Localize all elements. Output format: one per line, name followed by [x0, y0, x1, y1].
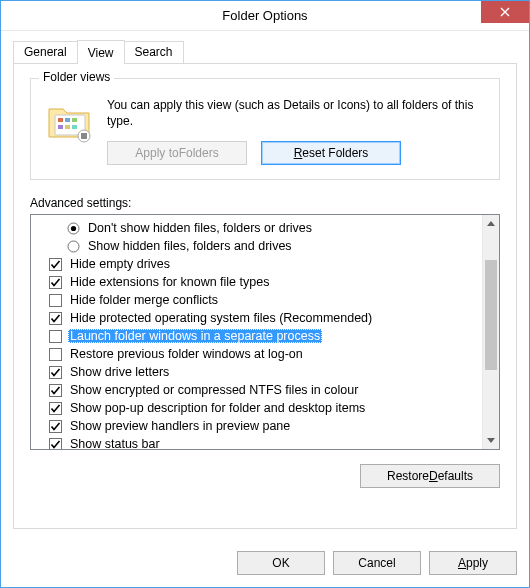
- chevron-up-icon: [487, 221, 495, 226]
- svg-point-10: [71, 226, 76, 231]
- list-item[interactable]: Show drive letters: [37, 363, 480, 381]
- list-item-label: Hide protected operating system files (R…: [68, 311, 374, 325]
- radio-control[interactable]: [67, 240, 80, 253]
- list-item-label: Don't show hidden files, folders or driv…: [86, 221, 314, 235]
- checkbox-control[interactable]: [49, 366, 62, 379]
- checkbox-control[interactable]: [49, 348, 62, 361]
- tab-search[interactable]: Search: [124, 41, 184, 63]
- list-content[interactable]: Don't show hidden files, folders or driv…: [31, 215, 482, 449]
- checkbox-control[interactable]: [49, 420, 62, 433]
- tab-panel-view: Folder views: [13, 63, 517, 529]
- svg-rect-1: [58, 118, 63, 122]
- list-item[interactable]: Show hidden files, folders and drives: [37, 237, 480, 255]
- list-item[interactable]: Show status bar: [37, 435, 480, 449]
- checkbox-control[interactable]: [49, 276, 62, 289]
- restore-defaults-button[interactable]: Restore Defaults: [360, 464, 500, 488]
- list-item[interactable]: Show preview handlers in preview pane: [37, 417, 480, 435]
- reset-folders-button[interactable]: Reset Folders: [261, 141, 401, 165]
- svg-rect-6: [72, 125, 77, 129]
- close-button[interactable]: [481, 1, 529, 23]
- apply-to-folders-button: Apply to Folders: [107, 141, 247, 165]
- tab-strip: General View Search: [13, 39, 517, 63]
- svg-rect-2: [65, 118, 70, 122]
- folder-views-group: Folder views: [30, 78, 500, 180]
- list-item[interactable]: Hide folder merge conflicts: [37, 291, 480, 309]
- list-item[interactable]: Don't show hidden files, folders or driv…: [37, 219, 480, 237]
- checkbox-control[interactable]: [49, 312, 62, 325]
- advanced-settings-label: Advanced settings:: [30, 196, 500, 210]
- list-item-label: Show preview handlers in preview pane: [68, 419, 292, 433]
- svg-rect-3: [72, 118, 77, 122]
- svg-rect-22: [50, 438, 62, 449]
- tab-view[interactable]: View: [77, 40, 125, 64]
- scroll-thumb[interactable]: [485, 260, 497, 370]
- checkbox-control[interactable]: [49, 402, 62, 415]
- svg-rect-17: [50, 348, 62, 360]
- cancel-button[interactable]: Cancel: [333, 551, 421, 575]
- list-item-label: Show drive letters: [68, 365, 171, 379]
- checkbox-control[interactable]: [49, 258, 62, 271]
- svg-rect-8: [81, 133, 87, 139]
- list-item-label: Hide empty drives: [68, 257, 172, 271]
- window-title: Folder Options: [1, 8, 529, 23]
- scroll-up-button[interactable]: [483, 215, 499, 232]
- folder-options-window: Folder Options General View Search Folde…: [0, 0, 530, 588]
- checkbox-control[interactable]: [49, 438, 62, 450]
- svg-rect-16: [50, 330, 62, 342]
- checkbox-control[interactable]: [49, 330, 62, 343]
- list-item[interactable]: Show pop-up description for folder and d…: [37, 399, 480, 417]
- scrollbar[interactable]: [482, 215, 499, 449]
- list-item[interactable]: Hide empty drives: [37, 255, 480, 273]
- close-icon: [500, 7, 510, 17]
- list-item-label: Restore previous folder windows at log-o…: [68, 347, 305, 361]
- list-item-label: Show hidden files, folders and drives: [86, 239, 294, 253]
- list-item-label: Launch folder windows in a separate proc…: [68, 329, 322, 343]
- list-item-label: Show encrypted or compressed NTFS files …: [68, 383, 360, 397]
- radio-control[interactable]: [67, 222, 80, 235]
- list-item[interactable]: Restore previous folder windows at log-o…: [37, 345, 480, 363]
- folder-views-legend: Folder views: [39, 70, 114, 84]
- list-item-label: Show status bar: [68, 437, 162, 449]
- list-item[interactable]: Launch folder windows in a separate proc…: [37, 327, 480, 345]
- svg-rect-4: [58, 125, 63, 129]
- dialog-buttons: OK Cancel Apply: [1, 541, 529, 587]
- advanced-settings-list: Don't show hidden files, folders or driv…: [30, 214, 500, 450]
- svg-rect-5: [65, 125, 70, 129]
- folder-views-icon: [45, 97, 93, 145]
- checkbox-control[interactable]: [49, 294, 62, 307]
- list-item-label: Hide extensions for known file types: [68, 275, 271, 289]
- list-item[interactable]: Hide extensions for known file types: [37, 273, 480, 291]
- list-item-label: Hide folder merge conflicts: [68, 293, 220, 307]
- tab-general[interactable]: General: [13, 41, 78, 63]
- scroll-down-button[interactable]: [483, 432, 499, 449]
- list-item[interactable]: Show encrypted or compressed NTFS files …: [37, 381, 480, 399]
- title-bar: Folder Options: [1, 1, 529, 31]
- ok-button[interactable]: OK: [237, 551, 325, 575]
- client-area: General View Search Folder views: [1, 31, 529, 541]
- list-item-label: Show pop-up description for folder and d…: [68, 401, 367, 415]
- scroll-track[interactable]: [483, 232, 499, 432]
- svg-point-11: [68, 241, 79, 252]
- checkbox-control[interactable]: [49, 384, 62, 397]
- list-item[interactable]: Hide protected operating system files (R…: [37, 309, 480, 327]
- svg-rect-14: [50, 294, 62, 306]
- folder-views-description: You can apply this view (such as Details…: [107, 97, 485, 129]
- apply-button[interactable]: Apply: [429, 551, 517, 575]
- chevron-down-icon: [487, 438, 495, 443]
